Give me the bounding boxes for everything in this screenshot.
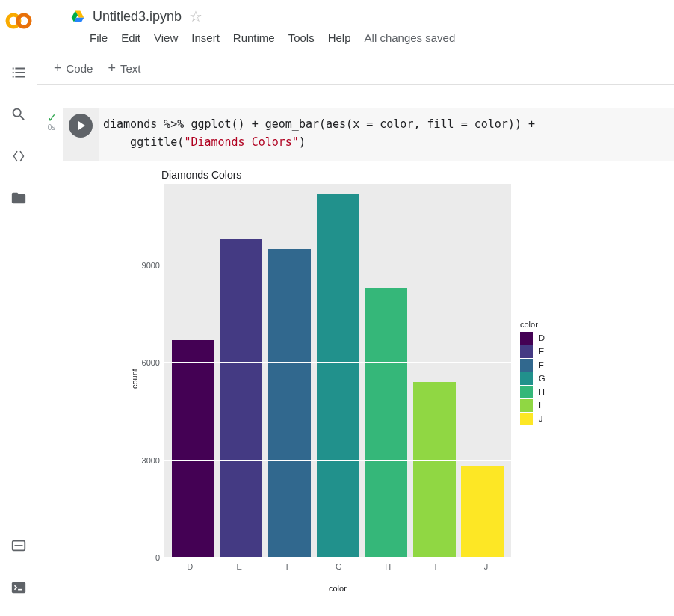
svg-rect-4: [11, 582, 25, 594]
logo-col: [0, 0, 37, 52]
x-tick: F: [286, 562, 291, 571]
menu-tools[interactable]: Tools: [288, 31, 315, 44]
plot-area: 0300060009000DEFGHIJ: [164, 184, 511, 558]
y-tick: 3000: [142, 456, 160, 465]
legend-swatch: [520, 359, 533, 372]
bar-I: [413, 382, 456, 558]
snippets-icon[interactable]: [10, 147, 28, 165]
chart-ylabel: count: [130, 369, 139, 389]
bar-F: [268, 249, 311, 558]
legend-row: H: [520, 385, 545, 398]
bar-G: [317, 194, 359, 558]
svg-rect-3: [14, 545, 22, 546]
legend-swatch: [520, 345, 533, 358]
legend-label: I: [539, 401, 541, 410]
legend-label: D: [539, 333, 545, 342]
chart: Diamonds Colors count color 030006000900…: [93, 169, 631, 588]
legend-row: E: [520, 345, 545, 358]
legend-row: J: [520, 412, 545, 425]
legend-swatch: [520, 372, 533, 385]
exec-time: 0s: [48, 123, 56, 132]
legend-row: F: [520, 358, 545, 372]
menu-insert[interactable]: Insert: [191, 31, 220, 44]
add-code-label: Code: [67, 62, 93, 75]
legend-swatch: [520, 399, 533, 412]
legend-label: E: [539, 347, 544, 356]
terminal-icon[interactable]: [10, 579, 28, 597]
colab-logo-icon: [5, 7, 32, 34]
left-rail: [0, 52, 37, 607]
cell-output: Diamonds Colors count color 030006000900…: [63, 161, 674, 588]
cell-toolbar: +Code +Text: [37, 52, 674, 85]
y-tick: 6000: [142, 358, 160, 367]
y-tick: 9000: [142, 261, 160, 270]
legend-label: G: [539, 374, 545, 383]
x-tick: D: [187, 562, 193, 571]
y-tick: 0: [155, 553, 160, 562]
code-row: diamonds %>% ggplot() + geom_bar(aes(x =…: [63, 108, 674, 161]
code-suffix: ): [299, 135, 306, 149]
menu-help[interactable]: Help: [328, 31, 351, 44]
svg-point-1: [18, 15, 30, 27]
run-cell-button[interactable]: [69, 114, 93, 138]
code-prefix: diamonds %>% ggplot() + geom_bar(aes(x =…: [103, 117, 542, 149]
code-cell: ✓ 0s diamonds %>% ggplot() + geom_bar(ae…: [40, 108, 674, 588]
menu-edit[interactable]: Edit: [121, 31, 140, 44]
legend-swatch: [520, 332, 533, 345]
search-icon[interactable]: [10, 105, 28, 123]
legend: color DEFGHIJ: [520, 320, 545, 425]
legend-swatch: [520, 386, 533, 398]
notebook-title[interactable]: Untitled3.ipynb: [93, 9, 182, 25]
cell-gutter: ✓ 0s: [40, 108, 63, 588]
legend-swatch: [520, 413, 533, 425]
add-text-button[interactable]: +Text: [108, 61, 140, 76]
bar-J: [461, 466, 504, 558]
menu-bar: File Edit View Insert Runtime Tools Help…: [37, 28, 674, 52]
star-icon[interactable]: ☆: [189, 7, 202, 25]
x-tick: I: [435, 562, 437, 571]
bar-D: [172, 340, 214, 558]
save-status[interactable]: All changes saved: [365, 31, 456, 44]
files-icon[interactable]: [10, 189, 28, 207]
toc-icon[interactable]: [10, 64, 28, 81]
bar-E: [220, 239, 262, 558]
x-tick: E: [236, 562, 241, 571]
bar-H: [365, 288, 407, 558]
x-tick: H: [385, 562, 391, 571]
x-tick: J: [484, 562, 489, 571]
legend-row: I: [520, 398, 545, 412]
drive-icon: [70, 9, 85, 24]
legend-title: color: [520, 320, 545, 329]
legend-label: J: [539, 414, 543, 423]
svg-rect-5: [18, 589, 22, 591]
code-string: "Diamonds Colors": [184, 135, 299, 149]
code-editor[interactable]: diamonds %>% ggplot() + geom_bar(aes(x =…: [99, 108, 674, 161]
add-code-button[interactable]: +Code: [54, 61, 93, 76]
notebook-area: ✓ 0s diamonds %>% ggplot() + geom_bar(ae…: [37, 85, 674, 607]
legend-row: D: [520, 331, 545, 345]
variables-icon[interactable]: [10, 537, 28, 555]
menu-runtime[interactable]: Runtime: [233, 31, 275, 44]
header-right: Untitled3.ipynb ☆ File Edit View Insert …: [37, 0, 674, 52]
title-row: Untitled3.ipynb ☆: [37, 6, 674, 28]
header: Untitled3.ipynb ☆ File Edit View Insert …: [0, 0, 674, 52]
add-text-label: Text: [120, 62, 141, 75]
menu-view[interactable]: View: [154, 31, 178, 44]
menu-file[interactable]: File: [90, 31, 108, 44]
legend-label: F: [539, 360, 544, 369]
chart-title: Diamonds Colors: [161, 169, 241, 181]
play-icon: [78, 121, 85, 130]
legend-row: G: [520, 372, 545, 385]
chart-xlabel: color: [329, 584, 347, 593]
legend-label: H: [539, 387, 545, 396]
x-tick: G: [336, 562, 342, 571]
